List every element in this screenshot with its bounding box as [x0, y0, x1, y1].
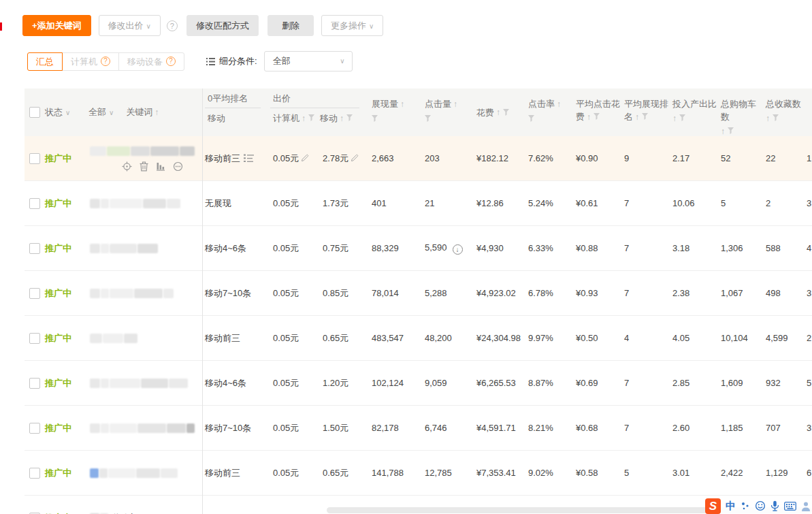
filter-funnel-icon[interactable] [679, 114, 685, 121]
bar-chart-icon[interactable] [156, 161, 165, 171]
bid-pc-value: 0.05元 [273, 378, 299, 388]
bid-mobile-value: 0.75元 [323, 243, 348, 253]
keyword-redacted [90, 288, 202, 299]
status-badge: 推广中 [45, 288, 71, 298]
avg-cpc-value: ¥0.50 [576, 333, 598, 343]
header-cost-label: 花费 [476, 107, 494, 118]
trash-icon[interactable] [140, 161, 148, 172]
header-impressions[interactable]: 展现量↑ [369, 89, 422, 136]
row-checkbox[interactable] [29, 288, 40, 299]
row-cost-cell: ¥4,591.71 [474, 422, 525, 434]
row-status-cell: 推广中 [45, 242, 88, 255]
row-status-cell: 推广中 [45, 377, 88, 389]
header-clicks[interactable]: 点击量↑ [422, 89, 474, 136]
row-checkbox[interactable] [29, 243, 40, 254]
row-avg-cpc-cell: ¥0.58 [573, 468, 621, 478]
edit-icon[interactable] [301, 154, 309, 162]
extra-value: 2 [807, 333, 811, 343]
row-rank-cell: 移动4~6条 [202, 242, 270, 255]
chinese-mode-icon[interactable]: 中 [726, 500, 736, 513]
more-actions-button[interactable]: 更多操作∨ [321, 15, 383, 36]
row-cost-cell: ¥12.86 [474, 197, 525, 209]
impressions-value: 2,663 [372, 153, 394, 163]
row-checkbox[interactable] [29, 468, 40, 479]
header-carts[interactable]: 总购物车数↑ [718, 89, 763, 136]
edit-icon[interactable] [351, 154, 359, 162]
header-all-filter[interactable]: 全部∨ [88, 106, 114, 118]
row-checkbox[interactable] [29, 423, 40, 434]
header-avg-show-rank[interactable]: 平均展现排名↑ [621, 89, 670, 136]
header-impressions-label: 展现量 [372, 99, 398, 109]
header-cost[interactable]: 花费↑ [474, 89, 525, 136]
header-roi[interactable]: 投入产出比↑ [670, 89, 718, 136]
clicks-value: 12,785 [425, 468, 452, 478]
avg-cpc-value: ¥0.69 [576, 378, 598, 388]
roi-value: 2.60 [672, 423, 689, 433]
row-checkbox[interactable] [29, 333, 40, 344]
row-checkbox-cell [25, 242, 45, 254]
row-avg-show-rank-cell: 7 [621, 378, 670, 388]
row-checkbox-cell [25, 422, 45, 434]
modify-bid-button[interactable]: 修改出价∨ [99, 15, 161, 36]
target-icon[interactable] [122, 161, 132, 172]
header-ctr[interactable]: 点击率↑ [525, 89, 573, 136]
row-bid-mobile-cell: 0.75元 [320, 242, 369, 255]
row-carts-cell: 1,609 [718, 378, 763, 388]
subdivision-select[interactable]: 全部 ∨ [264, 51, 353, 71]
more-options-icon[interactable] [173, 161, 183, 172]
emoji-icon[interactable] [755, 500, 766, 511]
sogou-logo[interactable]: S [705, 498, 721, 514]
keyboard-icon[interactable] [784, 502, 796, 511]
status-badge: 推广中 [45, 198, 71, 208]
row-avg-cpc-cell: ¥0.69 [573, 378, 621, 388]
row-checkbox[interactable] [29, 198, 40, 209]
filter-funnel-icon[interactable] [728, 127, 734, 134]
header-avg-rank-mobile[interactable]: 移动 [205, 112, 225, 125]
cost-value: ¥24,304.98 [476, 333, 521, 343]
row-checkbox[interactable] [29, 153, 40, 164]
filter-funnel-icon[interactable] [346, 114, 353, 121]
row-checkbox[interactable] [29, 378, 40, 389]
tab-computer[interactable]: 计算机? [62, 52, 119, 71]
filter-funnel-icon[interactable] [773, 114, 779, 121]
header-keyword-sort[interactable]: 关键词↑ [126, 106, 159, 118]
header-status[interactable]: 状态∨ [45, 89, 88, 136]
tab-summary[interactable]: 汇总 [27, 52, 63, 71]
rank-value: 移动7~10条 [205, 423, 251, 433]
microphone-icon[interactable] [770, 500, 779, 511]
download-circle-icon[interactable]: ↓ [453, 244, 463, 255]
header-bid-mobile[interactable]: 移动↑ [320, 112, 353, 125]
tab-mobile[interactable]: 移动设备? [118, 52, 184, 71]
filter-funnel-icon[interactable] [425, 115, 431, 122]
row-checkbox-cell [25, 152, 45, 164]
modify-match-button[interactable]: 修改匹配方式 [186, 15, 259, 36]
filter-funnel-icon[interactable] [308, 114, 314, 121]
help-icon[interactable]: ? [167, 20, 178, 31]
rank-value: 移动前三 [205, 153, 240, 163]
header-bid-pc[interactable]: 计算机↑ [270, 112, 320, 125]
account-icon[interactable] [801, 501, 811, 511]
ctr-value: 7.62% [528, 153, 553, 163]
skin-icon[interactable] [741, 501, 750, 511]
bid-mobile-value: 1.50元 [323, 423, 348, 433]
clicks-value: 9,059 [425, 378, 447, 388]
add-keyword-button[interactable]: +添加关键词 [22, 15, 91, 36]
filter-funnel-icon[interactable] [503, 109, 509, 116]
sort-up-icon: ↑ [721, 127, 725, 136]
rank-trend-icon[interactable] [244, 154, 254, 163]
filter-funnel-icon[interactable] [528, 115, 534, 122]
filter-funnel-icon[interactable] [594, 113, 600, 120]
cost-value: ¥4,930 [476, 243, 504, 253]
bid-mobile-value: 1.73元 [323, 198, 348, 208]
select-all-checkbox[interactable] [29, 107, 40, 118]
row-checkbox-cell [25, 467, 45, 479]
filter-funnel-icon[interactable] [372, 115, 378, 122]
impressions-value: 483,547 [372, 333, 404, 343]
ctr-value: 6.78% [528, 288, 553, 298]
header-favs[interactable]: 总收藏数↑ [763, 89, 803, 136]
header-avg-cpc-label: 平均点击花费 [576, 99, 620, 122]
filter-funnel-icon[interactable] [642, 113, 648, 120]
header-avg-cpc[interactable]: 平均点击花费↑ [573, 89, 621, 136]
ctr-value: 6.33% [528, 243, 553, 253]
delete-button[interactable]: 删除 [267, 15, 314, 36]
